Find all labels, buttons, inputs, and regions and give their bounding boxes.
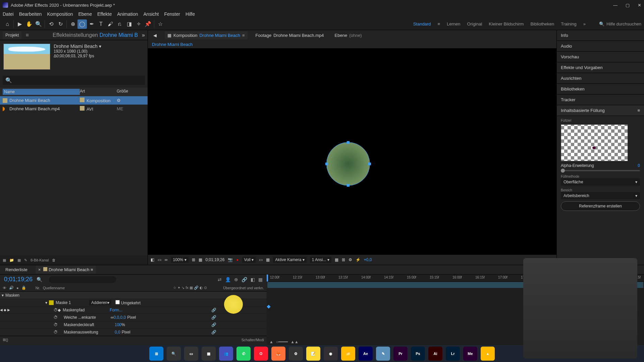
stopwatch-icon[interactable]: ⏱ bbox=[54, 315, 58, 320]
tl-icon-6[interactable]: ▦ bbox=[258, 277, 263, 282]
panel-content-fill-header[interactable]: Inhaltsbasierte Füllung ≡ bbox=[557, 105, 644, 116]
taskbar-app2[interactable]: ✎ bbox=[376, 347, 390, 361]
project-item-comp[interactable]: Drohne Miami Beach Komposition ⚙ bbox=[0, 96, 148, 105]
fill-method-dropdown[interactable]: Oberfläche▾ bbox=[561, 178, 640, 186]
menu-effekte[interactable]: Effekte bbox=[97, 11, 112, 17]
minimize-button[interactable]: — bbox=[613, 3, 618, 8]
workspace-menu-icon[interactable]: ≡ bbox=[437, 21, 440, 26]
mask-handle-left[interactable] bbox=[325, 163, 328, 165]
ellipse-tool-icon[interactable]: ◯ bbox=[77, 19, 87, 29]
tl-icon-1[interactable]: ⇄ bbox=[218, 277, 222, 282]
panel-info[interactable]: Info bbox=[557, 30, 644, 41]
menu-fenster[interactable]: Fenster bbox=[164, 11, 180, 17]
playhead[interactable] bbox=[267, 275, 268, 282]
taskbar-widgets[interactable]: ▦ bbox=[202, 347, 216, 361]
mask-mode-dropdown[interactable]: Addieren▾ bbox=[89, 300, 111, 305]
link-icon[interactable]: 🔗 bbox=[211, 330, 216, 335]
transparency-icon[interactable]: ▦ bbox=[266, 257, 270, 262]
col-size[interactable]: Größe bbox=[117, 89, 144, 95]
alpha-expansion-value[interactable]: 0 bbox=[638, 163, 640, 168]
mask-handle-right[interactable] bbox=[368, 163, 371, 165]
link-icon[interactable]: 🔗 bbox=[211, 315, 216, 320]
panel-ausrichten[interactable]: Ausrichten bbox=[557, 73, 644, 84]
link-icon[interactable]: 🔗 bbox=[211, 322, 216, 327]
taskbar-ff[interactable]: 🦊 bbox=[271, 347, 285, 361]
menu-bearbeiten[interactable]: Bearbeiten bbox=[19, 11, 42, 17]
link-icon[interactable]: 🔗 bbox=[211, 308, 216, 312]
taskbar-note[interactable]: 📝 bbox=[306, 347, 320, 361]
mask-handle-bottom[interactable] bbox=[347, 184, 350, 187]
pen-tool-icon[interactable]: ✒ bbox=[87, 19, 96, 29]
menu-animation[interactable]: Animation bbox=[117, 11, 138, 17]
panel-bibliotheken[interactable]: Bibliotheken bbox=[557, 84, 644, 95]
taskbar-wa[interactable]: ✆ bbox=[236, 347, 251, 361]
mask-feather-value[interactable]: 0,0,0,0 bbox=[114, 315, 126, 320]
snapshot-icon[interactable]: 📷 bbox=[228, 257, 233, 262]
keyframe[interactable] bbox=[267, 305, 270, 308]
zoom-out-icon[interactable]: ▲ bbox=[269, 340, 273, 344]
stopwatch-icon[interactable]: ⏱ bbox=[54, 308, 58, 312]
zoom-slider[interactable]: ○━━━━ bbox=[276, 340, 288, 344]
taskbar-app3[interactable]: ▲ bbox=[481, 347, 495, 361]
stopwatch-icon[interactable]: ⏱ bbox=[54, 322, 58, 327]
taskbar-app1[interactable]: ⚙ bbox=[289, 347, 303, 361]
workspace-kleiner[interactable]: Kleiner Bildschirm bbox=[489, 21, 524, 26]
exposure-value[interactable]: +0,0 bbox=[364, 257, 372, 262]
workspace-overflow-icon[interactable]: » bbox=[583, 21, 586, 26]
tl-icon-3[interactable]: ⊕ bbox=[234, 277, 238, 282]
panel-overflow-icon[interactable]: » bbox=[142, 32, 145, 38]
panel-audio[interactable]: Audio bbox=[557, 41, 644, 52]
nav-prev-icon[interactable]: ◀ bbox=[151, 32, 159, 39]
help-search[interactable]: 🔍 Hilfe durchsuchen bbox=[599, 21, 641, 26]
project-search-input[interactable]: 🔍 bbox=[3, 76, 145, 85]
taskbar-ai[interactable]: Ai bbox=[428, 347, 442, 361]
mask-color-swatch[interactable] bbox=[49, 300, 54, 305]
menu-ebene[interactable]: Ebene bbox=[78, 11, 92, 17]
create-reference-button[interactable]: Referenzframe erstellen bbox=[561, 201, 640, 211]
mask-path-value[interactable]: Form... bbox=[110, 308, 122, 312]
menu-hilfe[interactable]: Hilfe bbox=[185, 11, 195, 17]
selected-item-name[interactable]: Drohne Miami Beach ▾ bbox=[54, 44, 101, 49]
new-folder-icon[interactable]: 📁 bbox=[9, 258, 14, 262]
clone-tool-icon[interactable]: ⎌ bbox=[115, 19, 124, 29]
taskbar-ae[interactable]: Ae bbox=[359, 347, 373, 361]
fast-preview-icon[interactable]: ⚡ bbox=[356, 257, 361, 262]
taskbar-ps[interactable]: Ps bbox=[411, 347, 425, 361]
taskbar-tasks[interactable]: ▭ bbox=[184, 347, 198, 361]
mask-shape[interactable] bbox=[326, 142, 370, 186]
taskbar-exp[interactable]: 📁 bbox=[341, 347, 355, 361]
fill-range-dropdown[interactable]: Arbeitsbereich▾ bbox=[561, 192, 640, 199]
mask-feather-row[interactable]: ⏱ Weiche ...enkante ∞ 0,0,0,0 Pixel 🔗 bbox=[0, 314, 267, 321]
switches-modes-toggle[interactable]: Schalter/Modi bbox=[241, 338, 264, 342]
panel-effekte[interactable]: Effekte und Vorgaben bbox=[557, 62, 644, 73]
grid-icon[interactable]: ⊞ bbox=[192, 257, 195, 262]
tab-menu-icon[interactable]: ≡ bbox=[242, 33, 245, 38]
interpret-icon[interactable]: ▦ bbox=[3, 258, 6, 262]
alpha-icon[interactable]: ◧ bbox=[151, 257, 154, 262]
trash-icon[interactable]: 🗑 bbox=[52, 258, 56, 262]
timeline-search-input[interactable] bbox=[49, 276, 116, 283]
tl-icon-2[interactable]: 👤 bbox=[225, 277, 231, 282]
rotate-tool-icon[interactable]: ↻ bbox=[56, 19, 65, 29]
channel-icon[interactable]: ▭ bbox=[158, 257, 161, 262]
mask-opacity-value[interactable]: 100 bbox=[115, 322, 121, 327]
link-xy-icon[interactable]: ∞ bbox=[111, 315, 114, 320]
project-thumbnail[interactable] bbox=[3, 44, 50, 70]
mask-expansion-value[interactable]: 0,0 bbox=[115, 330, 120, 335]
workspace-bibliotheken[interactable]: Bibliotheken bbox=[530, 21, 554, 26]
taskbar-lr[interactable]: Lr bbox=[446, 347, 460, 361]
tl-brace-icon[interactable]: {} bbox=[6, 338, 8, 342]
keyframe-nav-icon[interactable]: ◆ bbox=[58, 308, 61, 312]
bit-depth-button[interactable]: 8-Bit-Kanal bbox=[31, 258, 49, 262]
mask-opacity-row[interactable]: ⏱ Maskendeckkraft 100 % 🔗 bbox=[0, 321, 267, 328]
share-icon[interactable]: ⊞ bbox=[342, 257, 345, 262]
project-tab-menu-icon[interactable]: ≡ bbox=[25, 32, 29, 38]
eraser-tool-icon[interactable]: ◨ bbox=[124, 19, 134, 29]
taskbar-teams[interactable]: 👥 bbox=[219, 347, 233, 361]
taskbar-pr[interactable]: Pr bbox=[393, 347, 408, 361]
alpha-slider[interactable] bbox=[561, 170, 640, 171]
footage-tab[interactable]: Footage Drohne Miami Beach.mp4 bbox=[253, 32, 327, 39]
home-icon[interactable]: ⌂ bbox=[3, 19, 12, 29]
zoom-dropdown[interactable]: 100% ▾ bbox=[171, 257, 189, 263]
panel-vorschau[interactable]: Vorschau bbox=[557, 52, 644, 62]
